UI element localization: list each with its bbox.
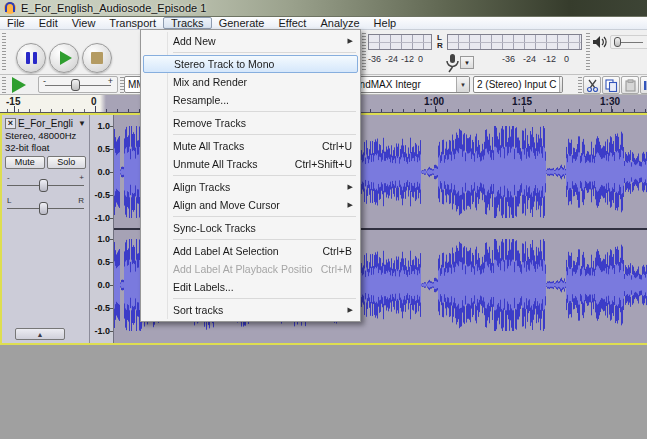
menu-item-add-label-at-selection[interactable]: Add Label At SelectionCtrl+B xyxy=(143,242,358,260)
vruler-tick xyxy=(110,239,113,240)
solo-button[interactable]: Solo xyxy=(47,156,87,169)
meter-scale-label: 0 xyxy=(418,54,423,64)
cut-button[interactable] xyxy=(583,76,601,94)
menu-item-align-and-move-cursor[interactable]: Align and Move Cursor▶ xyxy=(143,196,358,214)
ruler-minor-tick xyxy=(62,109,63,112)
vruler-tick xyxy=(110,195,113,196)
track-menu-arrow-icon[interactable]: ▼ xyxy=(78,119,86,128)
menu-item-edit-labels[interactable]: Edit Labels... xyxy=(143,278,358,296)
menu-item-unmute-all-tracks[interactable]: Unmute All TracksCtrl+Shift+U xyxy=(143,155,358,173)
ruler-minor-tick xyxy=(601,109,602,112)
ruler-minor-tick xyxy=(29,109,30,112)
stop-icon xyxy=(91,52,103,64)
track-collapse-button[interactable]: ▲ xyxy=(15,328,65,340)
ruler-minor-tick xyxy=(447,109,448,112)
meter-scale-label: -36 xyxy=(502,54,515,64)
menu-item-mute-all-tracks[interactable]: Mute All TracksCtrl+U xyxy=(143,137,358,155)
menubar-item-effect[interactable]: Effect xyxy=(272,17,314,29)
menubar-item-analyze[interactable]: Analyze xyxy=(313,17,366,29)
ruler-time-label: 1:30 xyxy=(600,96,620,107)
vruler-tick xyxy=(110,218,113,219)
vruler-tick xyxy=(110,172,113,173)
meter-toolbar-grip[interactable] xyxy=(362,33,366,72)
ruler-minor-tick xyxy=(557,109,558,112)
mute-button[interactable]: Mute xyxy=(5,156,45,169)
pan-slider[interactable]: L R xyxy=(5,197,86,215)
playback-speed-slider[interactable]: - + xyxy=(38,76,118,93)
ruler-minor-tick xyxy=(7,109,8,112)
pause-button[interactable] xyxy=(16,43,46,73)
stop-button[interactable] xyxy=(82,43,112,73)
window-title: E_For_English_Audiosode_Episode 1 xyxy=(21,2,206,14)
ruler-minor-tick xyxy=(392,109,393,112)
audacity-window: E_For_English_Audiosode_Episode 1 FileEd… xyxy=(0,0,647,439)
menu-item-remove-tracks[interactable]: Remove Tracks xyxy=(143,114,358,132)
trim-icon xyxy=(643,79,647,92)
transport-toolbar-grip[interactable] xyxy=(2,33,6,72)
mixer-toolbar-grip[interactable] xyxy=(586,33,590,72)
trim-button[interactable] xyxy=(640,76,647,94)
ruler-minor-tick xyxy=(425,109,426,112)
ruler-minor-tick xyxy=(414,109,415,112)
playspeed-toolbar-grip[interactable] xyxy=(2,77,6,93)
pan-slider-thumb[interactable] xyxy=(39,202,48,215)
meter-scale-label: -24 xyxy=(523,54,536,64)
play-icon xyxy=(60,51,72,65)
microphone-icon xyxy=(444,53,460,73)
ruler-minor-tick xyxy=(458,109,459,112)
ruler-minor-tick xyxy=(590,109,591,112)
title-bar[interactable]: E_For_English_Audiosode_Episode 1 xyxy=(0,0,647,17)
play-at-speed-button[interactable] xyxy=(12,77,26,93)
meter-dropdown-arrow[interactable]: ▼ xyxy=(460,56,474,69)
ruler-minor-tick xyxy=(502,109,503,112)
menu-item-mix-and-render[interactable]: Mix and Render xyxy=(143,73,358,91)
menu-item-align-tracks[interactable]: Align Tracks▶ xyxy=(143,178,358,196)
vertical-ruler[interactable]: 1.00.50.0-0.5-1.01.00.50.0-0.5-1.0 xyxy=(90,115,114,343)
ruler-major-tick xyxy=(611,106,612,112)
playback-meter[interactable] xyxy=(368,34,432,50)
menubar-item-file[interactable]: File xyxy=(0,17,32,29)
meter-channel-labels: LR xyxy=(437,34,443,50)
submenu-arrow-icon: ▶ xyxy=(348,37,353,45)
menubar-item-transport[interactable]: Transport xyxy=(102,17,163,29)
vruler-label: 0.0 xyxy=(97,280,110,290)
copy-icon xyxy=(605,79,618,92)
submenu-arrow-icon: ▶ xyxy=(348,201,353,209)
output-volume-slider[interactable]: - xyxy=(610,35,647,49)
menubar-item-view[interactable]: View xyxy=(65,17,103,29)
paste-button[interactable] xyxy=(621,76,639,94)
ruler-major-tick xyxy=(14,106,15,112)
menu-item-resample[interactable]: Resample... xyxy=(143,91,358,109)
input-channels-select[interactable]: 2 (Stereo) Input C ▼ xyxy=(473,76,563,93)
menubar-item-generate[interactable]: Generate xyxy=(212,17,272,29)
output-volume-thumb[interactable] xyxy=(614,37,621,47)
track-name: E_For_Engli xyxy=(18,118,78,129)
menubar-item-help[interactable]: Help xyxy=(367,17,404,29)
track-close-button[interactable]: × xyxy=(5,118,16,129)
menu-item-sort-tracks[interactable]: Sort tracks▶ xyxy=(143,301,358,319)
menu-item-sync-lock-tracks[interactable]: Sync-Lock Tracks xyxy=(143,219,358,237)
ruler-major-tick xyxy=(95,106,96,112)
ruler-minor-tick xyxy=(128,109,129,112)
gain-slider[interactable]: - + xyxy=(5,174,86,192)
menubar-item-tracks[interactable]: Tracks xyxy=(163,17,212,29)
menu-item-add-new[interactable]: Add New▶ xyxy=(143,32,358,50)
recording-meter[interactable] xyxy=(447,34,582,50)
menu-item-stereo-track-to-mono[interactable]: Stereo Track to Mono xyxy=(143,55,358,73)
vruler-label: -1.0 xyxy=(94,213,110,223)
play-button[interactable] xyxy=(49,43,79,73)
vruler-label: -0.5 xyxy=(94,303,110,313)
gain-slider-thumb[interactable] xyxy=(39,179,48,192)
speaker-icon xyxy=(592,35,608,49)
playback-speed-thumb[interactable] xyxy=(71,79,80,91)
ruler-minor-tick xyxy=(51,109,52,112)
menubar-item-edit[interactable]: Edit xyxy=(32,17,65,29)
meter-scale-label: -24 xyxy=(385,54,398,64)
edit-toolbar-grip[interactable] xyxy=(578,77,582,93)
ruler-minor-tick xyxy=(491,109,492,112)
audacity-logo-icon xyxy=(4,2,16,14)
empty-workspace xyxy=(0,345,647,439)
ruler-minor-tick xyxy=(469,109,470,112)
copy-button[interactable] xyxy=(602,76,620,94)
ruler-minor-tick xyxy=(117,109,118,112)
